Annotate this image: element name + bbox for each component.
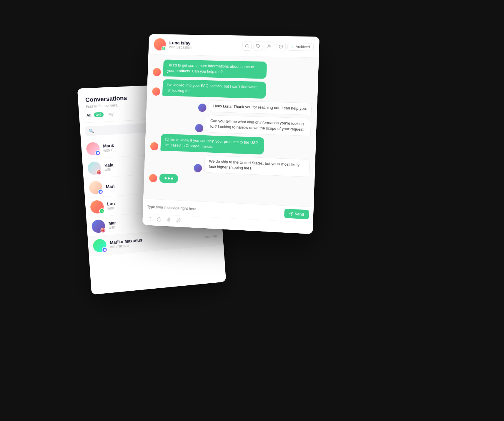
search-input[interactable] (96, 126, 147, 133)
platform-instagram-icon (100, 227, 106, 233)
message-row: I've looked into your FAQ section, but I… (152, 79, 312, 100)
archived-label: Archived (296, 45, 310, 49)
chat-user-info: Luna Islay with Sebastian (169, 40, 239, 50)
typing-dot (164, 177, 167, 179)
all-count-badge: 349 (94, 112, 104, 117)
assign-button[interactable] (265, 41, 275, 51)
typing-dot (168, 177, 170, 179)
search-icon: 🔍 (89, 129, 94, 134)
user-avatar (153, 68, 161, 76)
chat-header: Luna Islay with Sebastian ✓ Archived (148, 34, 320, 58)
tab-my[interactable]: My (108, 112, 114, 117)
typing-bubble (159, 174, 178, 183)
message-bubble: I'd like to know if you can ship your pr… (160, 134, 264, 155)
avatar-wrap (90, 200, 104, 214)
send-button[interactable]: Send (284, 209, 309, 219)
user-avatar (152, 87, 160, 96)
platform-messenger-icon (95, 150, 101, 156)
label-button[interactable] (253, 41, 263, 51)
mic-icon[interactable] (167, 217, 171, 224)
message-row: Hi! I'd to get some more informations ab… (153, 59, 313, 80)
svg-point-2 (268, 45, 270, 46)
agent-avatar (194, 164, 202, 172)
archived-check-icon: ✓ (291, 45, 294, 49)
clock-button[interactable] (276, 42, 286, 51)
message-bubble: I've looked into your FAQ section, but I… (162, 79, 266, 99)
avatar-wrap (93, 239, 107, 253)
agent-avatar (198, 104, 207, 112)
archived-button[interactable]: ✓ Archived (287, 43, 314, 51)
platform-messenger-icon (102, 247, 108, 253)
message-bubble: We do ship to the United States, but you… (204, 155, 310, 177)
typing-dot (171, 178, 173, 180)
message-row: I'd like to know if you can ship your pr… (150, 133, 310, 156)
emoji-icon[interactable] (157, 217, 162, 223)
search-button[interactable] (242, 41, 252, 51)
chat-platform-whatsapp-icon (161, 46, 166, 51)
chat-panel: Luna Islay with Sebastian ✓ Archived (142, 34, 320, 234)
platform-messenger-icon (98, 189, 104, 194)
message-bubble: Can you tell me what kind of information… (206, 115, 311, 136)
send-label: Send (295, 212, 304, 217)
message-input[interactable] (147, 204, 282, 215)
file-icon[interactable] (147, 217, 152, 223)
message-bubble: Hello Luna! Thank you for reaching out, … (209, 100, 312, 115)
user-avatar (149, 174, 157, 182)
platform-instagram-icon (96, 169, 102, 175)
tab-all[interactable]: All (86, 113, 92, 118)
avatar-wrap (89, 181, 103, 195)
chat-messages: Hi! I'd to get some more informations ab… (143, 55, 319, 207)
agent-avatar (195, 124, 204, 132)
avatar-wrap (86, 142, 100, 156)
message-row: We do ship to the United States, but you… (149, 153, 310, 177)
chat-user-avatar (154, 38, 166, 51)
user-avatar (150, 142, 158, 151)
chat-header-actions: ✓ Archived (242, 41, 314, 52)
chat-user-sub: with Sebastian (169, 45, 239, 50)
message-row: Can you tell me what kind of information… (151, 113, 311, 136)
message-bubble: Hi! I'd to get some more informations ab… (163, 59, 267, 79)
avatar-wrap (91, 219, 105, 233)
message-row: Hello Luna! Thank you for reaching out, … (152, 99, 312, 115)
svg-point-8 (157, 217, 161, 222)
conv-time: 3 hour ago (203, 234, 219, 239)
platform-whatsapp-icon (99, 208, 105, 214)
conv-info: Mariko Maximus with Nicolas (110, 233, 200, 249)
paperclip-icon[interactable] (176, 218, 181, 224)
avatar-wrap (87, 161, 101, 175)
